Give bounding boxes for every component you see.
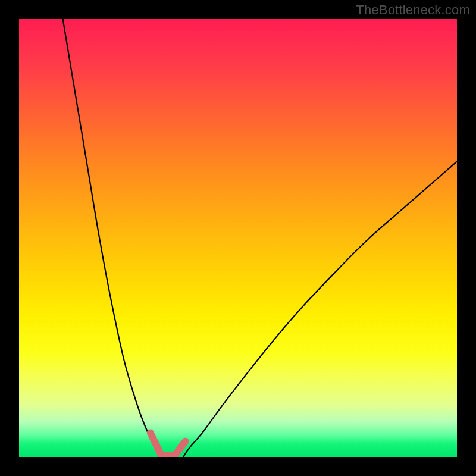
bottleneck-marker (151, 433, 186, 456)
curve-layer (19, 19, 457, 457)
right-curve (183, 161, 457, 457)
plot-area (19, 19, 457, 457)
chart-frame: TheBottleneck.com (0, 0, 476, 476)
left-curve (63, 19, 161, 457)
watermark-text: TheBottleneck.com (356, 2, 470, 18)
